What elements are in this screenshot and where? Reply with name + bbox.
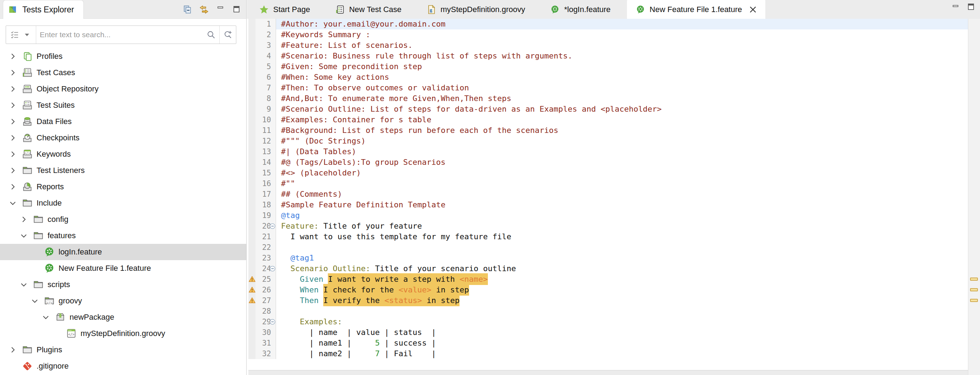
chevron-down-icon[interactable] (20, 232, 28, 240)
code-text[interactable]: | name2 | 7 | Fail | (276, 348, 968, 359)
code-text[interactable]: @tag (276, 210, 968, 221)
code-line[interactable]: 22 (248, 242, 968, 253)
code-text[interactable]: #<> (placeholder) (276, 168, 968, 178)
editor-tab-start-page[interactable]: Start Page (250, 0, 319, 19)
editor-tab-mystepdefinition-groovy[interactable]: gmyStepDefinition.groovy (418, 0, 534, 19)
code-text[interactable]: #""" (Doc Strings) (276, 136, 968, 146)
code-line[interactable]: 31 | name1 | 5 | success | (248, 338, 968, 348)
chevron-right-icon[interactable] (9, 150, 17, 158)
ruler-warning-marker[interactable] (970, 299, 978, 302)
tree-item-login-feature[interactable]: logIn.feature (0, 244, 246, 260)
code-line[interactable]: 28 (248, 306, 968, 316)
code-text[interactable]: When I check for the <value> in step (276, 285, 968, 295)
tree-item-object-repository[interactable]: Object Repository (0, 81, 246, 97)
code-text[interactable]: | name1 | 5 | success | (276, 338, 968, 348)
code-line[interactable]: 17## (Comments) (248, 189, 968, 199)
code-text[interactable]: #"" (276, 178, 968, 189)
chevron-down-icon[interactable] (42, 313, 50, 321)
horizontal-scrollbar[interactable] (248, 370, 968, 375)
tree-item-config[interactable]: config (0, 211, 246, 228)
code-text[interactable]: #Sample Feature Definition Template (276, 199, 968, 210)
code-text[interactable]: #Then: To observe outcomes or validation (276, 82, 968, 93)
tree-item-plugins[interactable]: Plugins (0, 342, 246, 358)
code-line[interactable]: 13#| (Data Tables) (248, 146, 968, 157)
chevron-right-icon[interactable] (9, 69, 17, 77)
code-line[interactable]: 20Feature: Title of your feature (248, 221, 968, 231)
tree-item-features[interactable]: features (0, 228, 246, 244)
code-line[interactable]: 23 @tag1 (248, 253, 968, 263)
tab-tests-explorer[interactable]: Tests Explorer (3, 0, 84, 19)
code-line[interactable]: 26 When I check for the <value> in step (248, 285, 968, 295)
code-line[interactable]: 11#Background: List of steps run before … (248, 125, 968, 136)
close-tab-icon[interactable] (749, 6, 757, 13)
overview-ruler[interactable] (968, 19, 980, 375)
tree-item-profiles[interactable]: Profiles (0, 48, 246, 65)
code-text[interactable]: #Scenario: Business rule through list of… (276, 51, 968, 61)
code-line[interactable]: 8#And,But: To enumerate more Given,When,… (248, 93, 968, 104)
chevron-right-icon[interactable] (9, 118, 17, 125)
code-line[interactable]: 21 I want to use this template for my fe… (248, 231, 968, 242)
fold-collapse-icon[interactable] (271, 316, 276, 327)
code-text[interactable]: I want to use this template for my featu… (276, 231, 968, 242)
code-text[interactable]: Scenario Outline: Title of your scenario… (276, 263, 968, 274)
tree-item-test-listeners[interactable]: Test Listeners (0, 162, 246, 179)
code-text[interactable]: @tag1 (276, 253, 968, 263)
search-button[interactable] (203, 26, 219, 44)
tree-item-test-suites[interactable]: Test Suites (0, 97, 246, 114)
tree-item-keywords[interactable]: </>Keywords (0, 146, 246, 162)
editor-tab-new-feature-file-1-feature[interactable]: New Feature File 1.feature (627, 0, 765, 19)
code-line[interactable]: 25 Given I want to write a step with <na… (248, 274, 968, 285)
chevron-down-icon[interactable] (9, 199, 17, 207)
chevron-right-icon[interactable] (9, 346, 17, 354)
code-line[interactable]: 29 Examples: (248, 316, 968, 327)
new-search-button[interactable] (219, 26, 236, 44)
code-text[interactable]: #@ (Tags/Labels):To group Scenarios (276, 157, 968, 168)
tree-item-data-files[interactable]: Data Files (0, 114, 246, 130)
code-text[interactable]: | name | value | status | (276, 327, 968, 338)
tree-item-new-feature-file-1-feature[interactable]: New Feature File 1.feature (0, 260, 246, 277)
chevron-right-icon[interactable] (9, 166, 17, 174)
ruler-warning-marker[interactable] (970, 277, 978, 281)
tree-item-reports[interactable]: Reports (0, 179, 246, 195)
code-line[interactable]: 14#@ (Tags/Labels):To group Scenarios (248, 157, 968, 168)
chevron-right-icon[interactable] (9, 183, 17, 191)
sync-with-editor-icon[interactable] (199, 5, 208, 14)
fold-collapse-icon[interactable] (271, 221, 276, 231)
code-text[interactable]: #Keywords Summary : (276, 29, 968, 40)
code-line[interactable]: 12#""" (Doc Strings) (248, 136, 968, 146)
fold-collapse-icon[interactable] (271, 263, 276, 274)
collapse-all-icon[interactable] (183, 5, 192, 14)
chevron-down-icon[interactable] (31, 297, 39, 305)
code-text[interactable]: #Examples: Container for s table (276, 114, 968, 125)
ruler-warning-marker[interactable] (970, 288, 978, 291)
tree-item-newpackage[interactable]: newPackage (0, 309, 246, 325)
minimize-window-icon[interactable] (951, 3, 960, 12)
code-line[interactable]: 10#Examples: Container for s table (248, 114, 968, 125)
search-input[interactable] (36, 30, 203, 39)
code-line[interactable]: 15#<> (placeholder) (248, 168, 968, 178)
code-text[interactable]: #Scenario Outline: List of steps for dat… (276, 104, 968, 114)
code-line[interactable]: 6#When: Some key actions (248, 72, 968, 82)
tree-item-mystepdefinition-groovy[interactable]: </>myStepDefinition.groovy (0, 325, 246, 342)
tree-item-checkpoints[interactable]: Checkpoints (0, 130, 246, 146)
chevron-down-icon[interactable] (20, 281, 28, 288)
code-text[interactable] (276, 242, 968, 253)
minimize-view-icon[interactable] (216, 5, 225, 14)
chevron-right-icon[interactable] (9, 134, 17, 142)
code-text[interactable]: #Given: Some precondition step (276, 61, 968, 72)
tree-item-groovy[interactable]: </>groovy (0, 293, 246, 309)
code-text[interactable]: #Author: your.email@your.domain.com (276, 19, 968, 29)
code-line[interactable]: 5#Given: Some precondition step (248, 61, 968, 72)
warning-marker[interactable] (248, 285, 256, 295)
code-text[interactable]: #| (Data Tables) (276, 146, 968, 157)
maximize-view-icon[interactable] (232, 5, 241, 14)
chevron-right-icon[interactable] (9, 101, 17, 109)
code-text[interactable]: Given I want to write a step with <name> (276, 274, 968, 285)
code-text[interactable]: #Background: List of steps run before ea… (276, 125, 968, 136)
code-text[interactable] (276, 306, 968, 316)
code-line[interactable]: 2#Keywords Summary : (248, 29, 968, 40)
warning-marker[interactable] (248, 274, 256, 285)
code-line[interactable]: 27 Then I verify the <status> in step (248, 295, 968, 306)
code-text[interactable]: #When: Some key actions (276, 72, 968, 82)
chevron-right-icon[interactable] (9, 52, 17, 60)
